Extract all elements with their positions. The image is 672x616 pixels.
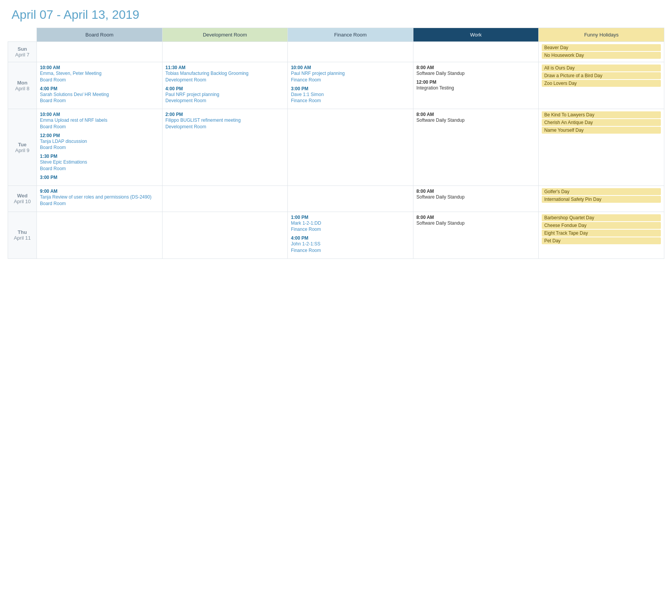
day-label: MonApril 8 (8, 62, 37, 109)
header-board: Board Room (37, 28, 163, 42)
day-label: WedApril 10 (8, 185, 37, 212)
funny-holidays-cell: Beaver DayNo Housework Day (539, 42, 664, 62)
event-title: Sarah Solutions Dev/ HR Meeting (40, 92, 109, 97)
event-block[interactable]: 12:00 PMIntegration Testing (416, 79, 536, 91)
day-date: April 7 (10, 52, 35, 58)
event-block[interactable]: 8:00 AMSoftware Daily Standup (416, 214, 536, 226)
funny-holiday-item[interactable]: Eight Track Tape Day (542, 230, 661, 237)
calendar-row: MonApril 810:00 AMEmma, Steven, Peter Me… (8, 62, 664, 109)
event-block[interactable]: 1:00 PMMark 1-2-1:DDFinance Room (291, 214, 410, 232)
funny-holiday-item[interactable]: All is Ours Day (542, 65, 661, 71)
funny-holidays-cell: Barbershop Quartet DayCheese Fondue DayE… (539, 212, 664, 258)
event-block[interactable]: 10:00 AMEmma, Steven, Peter MeetingBoard… (40, 65, 159, 83)
funny-holiday-item[interactable]: Golfer's Day (542, 188, 661, 195)
event-time: 4:00 PM (166, 86, 183, 91)
funny-holiday-item[interactable]: No Housework Day (542, 52, 661, 59)
event-block[interactable]: 11:30 AMTobias Manufacturing Backlog Gro… (166, 65, 285, 83)
event-title: Paul NRF project planning (166, 92, 219, 97)
page-title: April 07 - April 13, 2019 (0, 0, 672, 28)
event-title: Emma, Steven, Peter Meeting (40, 71, 101, 76)
calendar-row: WedApril 109:00 AMTanja Review of user r… (8, 185, 664, 212)
event-room: Board Room (40, 124, 66, 129)
funny-holiday-item[interactable]: International Safety Pin Day (542, 196, 661, 203)
event-block[interactable]: 4:00 PMJohn 1-2-1:SSFinance Room (291, 235, 410, 253)
funny-holiday-item[interactable]: Pet Day (542, 237, 661, 244)
event-room: Finance Room (291, 77, 321, 83)
day-date: April 10 (10, 199, 35, 204)
event-room: Board Room (40, 166, 66, 171)
funny-holiday-item[interactable]: Cherish An Antique Day (542, 119, 661, 126)
funny-holiday-item[interactable]: Name Yourself Day (542, 127, 661, 134)
header-dev: Development Room (162, 28, 288, 42)
event-block[interactable]: 8:00 AMSoftware Daily Standup (416, 65, 536, 76)
event-title: Filippo BUGLIST refinement meeting (166, 118, 241, 123)
day-label: SunApril 7 (8, 42, 37, 62)
funny-holiday-item[interactable]: Beaver Day (542, 44, 661, 51)
event-time: 10:00 AM (40, 65, 60, 70)
event-room: Board Room (40, 145, 66, 150)
event-block[interactable]: 2:00 PMFilippo BUGLIST refinement meetin… (166, 111, 285, 129)
event-block[interactable]: 4:00 PMPaul NRF project planningDevelopm… (166, 86, 285, 104)
event-title: Tanja LDAP discussion (40, 139, 87, 144)
work-cell: 8:00 AMSoftware Daily Standup (413, 185, 539, 212)
event-block[interactable]: 4:00 PMSarah Solutions Dev/ HR MeetingBo… (40, 86, 159, 104)
event-room: Finance Room (291, 248, 321, 253)
event-block[interactable]: 1:30 PMSteve Epic EstimationsBoard Room (40, 153, 159, 171)
event-time: 3:00 PM (40, 175, 57, 180)
funny-holiday-item[interactable]: Barbershop Quartet Day (542, 214, 661, 221)
event-room: Development Room (166, 98, 206, 103)
event-time: 10:00 AM (40, 112, 60, 117)
header-work: Work (413, 28, 539, 42)
event-block[interactable]: 9:00 AMTanja Review of user roles and pe… (40, 188, 159, 206)
event-time: 8:00 AM (416, 65, 434, 70)
event-room: Development Room (166, 77, 206, 83)
calendar-table: Board Room Development Room Finance Room… (8, 28, 664, 259)
work-cell: 8:00 AMSoftware Daily Standup (413, 109, 539, 186)
finance-room-cell (288, 42, 413, 62)
event-title: Integration Testing (416, 85, 454, 91)
event-title: Software Daily Standup (416, 118, 465, 123)
funny-holiday-item[interactable]: Cheese Fondue Day (542, 222, 661, 229)
event-title: Steve Epic Estimations (40, 159, 87, 165)
event-title: Tanja Review of user roles and permissio… (40, 194, 151, 200)
event-time: 1:30 PM (40, 154, 57, 159)
event-block[interactable]: 8:00 AMSoftware Daily Standup (416, 111, 536, 123)
calendar-wrapper: Board Room Development Room Finance Room… (0, 28, 672, 267)
funny-holiday-item[interactable]: Be Kind To Lawyers Day (542, 111, 661, 118)
event-title: John 1-2-1:SS (291, 241, 320, 247)
dev-room-cell: 2:00 PMFilippo BUGLIST refinement meetin… (162, 109, 288, 186)
calendar-row: ThuApril 111:00 PMMark 1-2-1:DDFinance R… (8, 212, 664, 258)
event-time: 9:00 AM (40, 189, 58, 194)
funny-holiday-item[interactable]: Zoo Lovers Day (542, 80, 661, 87)
event-title: Tobias Manufacturing Backlog Grooming (166, 71, 249, 76)
work-cell: 8:00 AMSoftware Daily Standup (413, 212, 539, 258)
event-room: Finance Room (291, 227, 321, 232)
event-room: Development Room (166, 124, 206, 129)
event-block[interactable]: 10:00 AMPaul NRF project planningFinance… (291, 65, 410, 83)
event-time: 2:00 PM (166, 112, 183, 117)
event-block[interactable]: 12:00 PMTanja LDAP discussionBoard Room (40, 132, 159, 151)
day-name: Thu (10, 229, 35, 235)
event-block[interactable]: 3:00 PM (40, 174, 159, 180)
finance-room-cell: 10:00 AMPaul NRF project planningFinance… (288, 62, 413, 109)
event-time: 4:00 PM (291, 235, 308, 241)
event-block[interactable]: 10:00 AMEmma Upload rest of NRF labelsBo… (40, 111, 159, 129)
event-room: Board Room (40, 77, 66, 83)
event-title: Emma Upload rest of NRF labels (40, 118, 107, 123)
work-cell: 8:00 AMSoftware Daily Standup12:00 PMInt… (413, 62, 539, 109)
dev-room-cell (162, 212, 288, 258)
funny-holiday-item[interactable]: Draw a Picture of a Bird Day (542, 72, 661, 79)
day-name: Mon (10, 80, 35, 86)
day-name: Tue (10, 142, 35, 147)
event-room: Finance Room (291, 98, 321, 103)
event-title: Mark 1-2-1:DD (291, 220, 321, 226)
event-block[interactable]: 8:00 AMSoftware Daily Standup (416, 188, 536, 200)
board-room-cell (37, 42, 163, 62)
day-name: Wed (10, 193, 35, 199)
board-room-cell: 10:00 AMEmma Upload rest of NRF labelsBo… (37, 109, 163, 186)
event-title: Paul NRF project planning (291, 71, 345, 76)
event-time: 12:00 PM (40, 133, 60, 138)
day-date: April 11 (10, 235, 35, 241)
work-cell (413, 42, 539, 62)
event-block[interactable]: 3:00 PMDave 1:1 SimonFinance Room (291, 86, 410, 104)
